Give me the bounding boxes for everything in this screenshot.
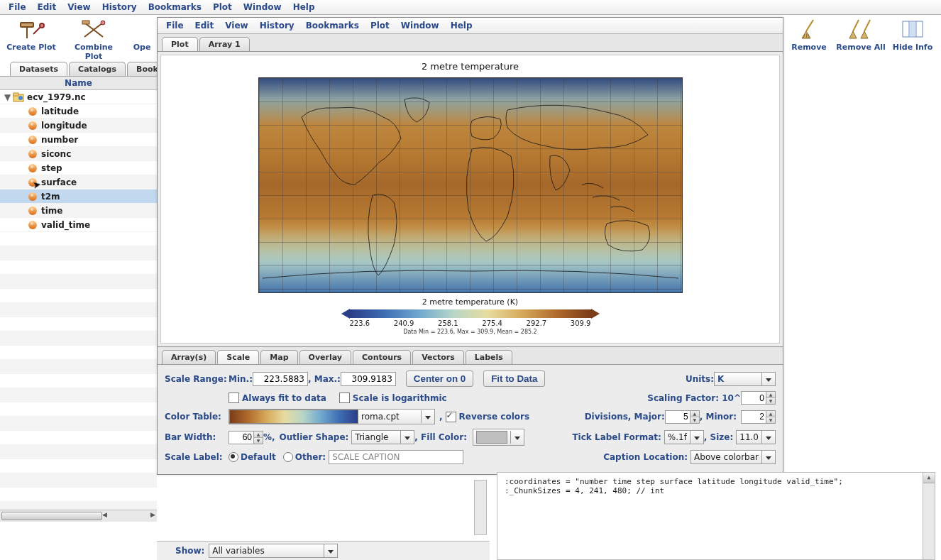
cfg-tab-map[interactable]: Map (260, 350, 297, 364)
spin-up-icon[interactable]: ▲ (766, 411, 775, 417)
divisions-minor-spinner[interactable]: ▲▼ (741, 410, 776, 424)
tab-array1[interactable]: Array 1 (199, 37, 250, 51)
spin-down-icon[interactable]: ▼ (690, 417, 699, 423)
scale-label-default-radio[interactable] (229, 452, 238, 462)
scale-label-other-input[interactable] (329, 450, 463, 464)
outlier-shape-dropdown[interactable]: Triangle (351, 430, 414, 444)
always-fit-checkbox[interactable] (229, 392, 239, 403)
tick-label: 240.9 (394, 319, 414, 327)
units-dropdown[interactable]: K (714, 372, 776, 386)
menu-file[interactable]: File (3, 1, 32, 13)
bar-width-spinner[interactable]: ▲▼ (229, 431, 263, 444)
spin-down-icon[interactable]: ▼ (254, 438, 263, 444)
variable-label: valid_time (41, 220, 90, 230)
show-dropdown[interactable]: All variables (209, 544, 338, 558)
fill-color-dropdown[interactable] (473, 429, 524, 446)
divisions-major-spinner[interactable]: ▲▼ (665, 410, 700, 424)
scrollbar-thumb[interactable] (1, 512, 102, 520)
tree-file-row[interactable]: ▼ ecv_1979.nc (0, 90, 157, 104)
center-vertical-scrollbar[interactable] (474, 480, 487, 535)
caption-location-dropdown[interactable]: Above colorbar (690, 450, 776, 464)
tree-var-step[interactable]: step (0, 161, 157, 175)
bar-width-input[interactable] (229, 432, 253, 444)
remove-all-button[interactable]: Remove All (836, 17, 886, 52)
spin-down-icon[interactable]: ▼ (766, 417, 775, 423)
inner-menu-edit[interactable]: Edit (189, 19, 220, 32)
remove-button[interactable]: Remove (788, 17, 830, 52)
tree-var-latitude[interactable]: latitude (0, 104, 157, 119)
tick-format-dropdown[interactable]: %.1f (664, 430, 704, 444)
variable-icon (28, 136, 37, 144)
metadata-panel[interactable]: :coordinates = "number time step surface… (497, 472, 935, 560)
tree-empty-row (0, 402, 157, 417)
variable-label: time (41, 206, 63, 216)
tree-header-name[interactable]: Name (0, 77, 157, 90)
cfg-tab-vectors[interactable]: Vectors (412, 350, 464, 364)
variable-tree[interactable]: ▼ ecv_1979.nc latitudelongitudenumbersic… (0, 90, 157, 511)
tree-empty-row (0, 374, 157, 388)
scroll-right-icon[interactable]: ▶ (150, 511, 155, 518)
menu-history[interactable]: History (97, 1, 143, 13)
tree-var-siconc[interactable]: siconc (0, 147, 157, 161)
open-button-cut[interactable]: Ope (128, 17, 156, 52)
variable-label: number (41, 135, 78, 145)
spin-down-icon[interactable]: ▼ (766, 398, 775, 404)
menu-window[interactable]: Window (238, 1, 287, 13)
inner-menu-file[interactable]: File (160, 19, 189, 32)
min-input[interactable] (253, 372, 308, 386)
tree-var-valid_time[interactable]: valid_time (0, 218, 157, 232)
tree-var-surface[interactable]: surface (0, 175, 157, 190)
inner-menu-plot[interactable]: Plot (365, 19, 395, 32)
scroll-left-icon[interactable]: ◀ (102, 511, 107, 518)
divisions-minor-input[interactable] (742, 411, 766, 423)
menu-edit[interactable]: Edit (32, 1, 62, 13)
menu-view[interactable]: View (62, 1, 96, 13)
divisions-major-input[interactable] (666, 411, 690, 423)
datasets-panel: Name ▼ ecv_1979.nc latitudelongitudenumb… (0, 76, 157, 540)
scale-label-other-radio[interactable] (283, 452, 293, 462)
menu-bookmarks[interactable]: Bookmarks (143, 1, 207, 13)
collapse-icon[interactable]: ▼ (4, 92, 13, 102)
scaling-factor-spinner[interactable]: ▲▼ (741, 391, 776, 405)
tab-catalogs[interactable]: Catalogs (69, 62, 126, 76)
plot-tabs: Plot Array 1 (158, 34, 783, 52)
tree-var-t2m[interactable]: t2m (0, 190, 157, 204)
horizontal-scrollbar[interactable]: ▶ ◀ (0, 510, 157, 522)
scroll-up-icon[interactable]: ▲ (923, 473, 935, 483)
cfg-tab-arrays[interactable]: Array(s) (162, 350, 216, 364)
cfg-tab-scale[interactable]: Scale (217, 350, 259, 364)
cfg-tab-overlay[interactable]: Overlay (299, 350, 351, 364)
spin-up-icon[interactable]: ▲ (254, 432, 263, 438)
inner-menu-window[interactable]: Window (395, 19, 445, 32)
vertical-scrollbar[interactable]: ▲ (923, 473, 935, 559)
tab-datasets[interactable]: Datasets (10, 62, 67, 76)
combine-plot-button[interactable]: Combine Plot (65, 17, 122, 61)
tree-var-time[interactable]: time (0, 204, 157, 218)
inner-menu-bookmarks[interactable]: Bookmarks (300, 19, 365, 32)
max-input[interactable] (341, 372, 396, 386)
hide-info-button[interactable]: Hide Info (891, 17, 934, 52)
color-table-dropdown[interactable]: roma.cpt (229, 409, 435, 424)
cfg-tab-labels[interactable]: Labels (466, 350, 512, 364)
tree-empty-row (0, 289, 157, 303)
spin-up-icon[interactable]: ▲ (766, 392, 775, 398)
inner-menu-help[interactable]: Help (445, 19, 478, 32)
inner-menu-history[interactable]: History (254, 19, 300, 32)
logarithmic-checkbox[interactable] (339, 392, 350, 403)
inner-menu-view[interactable]: View (219, 19, 253, 32)
scaling-factor-input[interactable] (742, 392, 766, 404)
center-on-zero-button[interactable]: Center on 0 (406, 370, 473, 387)
reverse-colors-checkbox[interactable] (446, 412, 456, 422)
create-plot-button[interactable]: Create Plot (3, 17, 60, 52)
tree-var-number[interactable]: number (0, 133, 157, 147)
plot-canvas[interactable]: 2 metre temperature (160, 55, 780, 344)
menu-plot[interactable]: Plot (207, 1, 238, 13)
tree-var-longitude[interactable]: longitude (0, 119, 157, 133)
cfg-tab-contours[interactable]: Contours (353, 350, 411, 364)
menu-help[interactable]: Help (287, 1, 321, 13)
tab-plot[interactable]: Plot (162, 37, 198, 51)
fit-to-data-button[interactable]: Fit to Data (483, 370, 545, 387)
panel-columns-icon (891, 17, 934, 41)
spin-up-icon[interactable]: ▲ (690, 411, 699, 417)
tick-size-dropdown[interactable]: 11.0 (736, 430, 776, 444)
